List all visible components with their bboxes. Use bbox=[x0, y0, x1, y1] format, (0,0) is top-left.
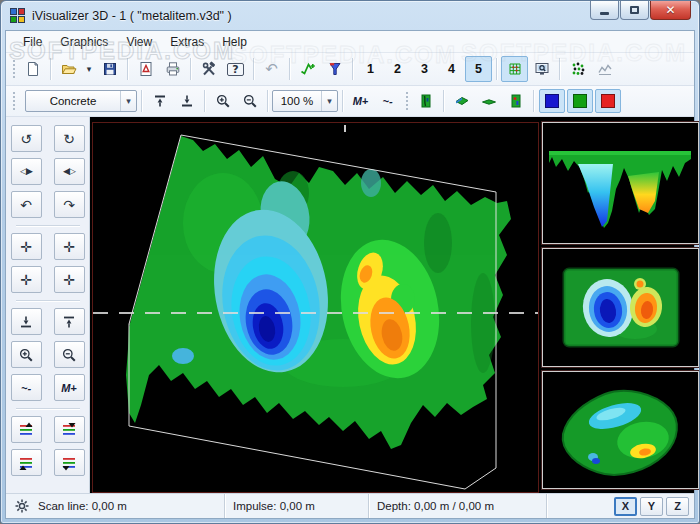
align-top-icon bbox=[61, 314, 77, 330]
separator bbox=[253, 58, 254, 80]
section-view-2-button[interactable] bbox=[502, 88, 529, 114]
save-button[interactable] bbox=[96, 56, 123, 82]
green-swatch bbox=[573, 94, 587, 108]
title-bar[interactable]: iVisualizer 3D - 1 ( "metalitem.v3d" ) ✕ bbox=[1, 1, 699, 30]
main-3d-viewport[interactable] bbox=[92, 122, 539, 493]
rotate-yaw-left-button[interactable]: ◁▶ bbox=[11, 158, 42, 185]
toolbar-grip[interactable] bbox=[11, 58, 16, 80]
layers-down-icon bbox=[61, 422, 77, 438]
zoom-out-side-button[interactable] bbox=[54, 341, 85, 368]
undo-button[interactable]: ↶ bbox=[258, 56, 285, 82]
move-up-button[interactable]: ✛ bbox=[54, 266, 85, 293]
menu-view[interactable]: View bbox=[117, 33, 161, 51]
rotate-roll-ccw-button[interactable]: ↶ bbox=[11, 191, 42, 218]
section-view-button[interactable] bbox=[412, 88, 439, 114]
menu-graphics[interactable]: Graphics bbox=[51, 33, 117, 51]
axis-x-button[interactable]: X bbox=[614, 497, 637, 516]
open-file-button[interactable] bbox=[55, 56, 82, 82]
menu-help[interactable]: Help bbox=[213, 33, 256, 51]
section-view-icon bbox=[418, 93, 434, 109]
separator bbox=[352, 58, 353, 80]
minimize-button[interactable] bbox=[590, 1, 619, 20]
flat-view-button[interactable] bbox=[475, 88, 502, 114]
layer-lower-top-button[interactable] bbox=[54, 416, 85, 443]
rotate-roll-cw-button[interactable]: ↷ bbox=[54, 191, 85, 218]
print-preview-icon bbox=[138, 61, 154, 77]
app-icon bbox=[10, 8, 26, 24]
view-1-button[interactable]: 1 bbox=[357, 56, 384, 82]
screen-preview-button[interactable] bbox=[528, 56, 555, 82]
line-chart-icon bbox=[597, 61, 613, 77]
toolbar-grip[interactable] bbox=[11, 90, 16, 112]
move-cross-icon: ✛ bbox=[63, 273, 75, 287]
rotate-yaw-right-button[interactable]: ◀▷ bbox=[54, 158, 85, 185]
snap-bottom-button[interactable] bbox=[11, 308, 42, 335]
zoom-level-value: 100 % bbox=[273, 95, 321, 107]
add-curve-button[interactable] bbox=[294, 56, 321, 82]
surface-3d-view-button[interactable] bbox=[448, 88, 475, 114]
align-surface-top-button[interactable] bbox=[146, 88, 173, 114]
gear-icon bbox=[14, 498, 30, 514]
move-down-button[interactable]: ✛ bbox=[11, 266, 42, 293]
curve-chart-button[interactable] bbox=[591, 56, 618, 82]
amplitude-decrease-button[interactable]: ~- bbox=[11, 374, 42, 401]
main-toolbar: ▾ ? ↶ 1 2 3 4 5 bbox=[6, 53, 694, 86]
layer-raise-bottom-button[interactable] bbox=[11, 449, 42, 476]
move-right-button[interactable]: ✛ bbox=[54, 233, 85, 260]
minimize-icon bbox=[600, 12, 609, 15]
open-dropdown-button[interactable]: ▾ bbox=[82, 56, 96, 82]
view-2-button[interactable]: 2 bbox=[384, 56, 411, 82]
rotate-ccw-icon: ↺ bbox=[20, 132, 32, 146]
material-select[interactable]: Concrete ▾ bbox=[25, 90, 137, 112]
new-document-button[interactable] bbox=[19, 56, 46, 82]
top-view-thumbnail[interactable] bbox=[542, 248, 699, 367]
print-preview-button[interactable] bbox=[132, 56, 159, 82]
profile-view-thumbnail[interactable] bbox=[542, 122, 699, 244]
toolbar-grip[interactable] bbox=[404, 90, 409, 112]
zoom-level-select[interactable]: 100 % ▾ bbox=[272, 90, 338, 112]
layer-lower-bottom-button[interactable] bbox=[54, 449, 85, 476]
view-4-button[interactable]: 4 bbox=[438, 56, 465, 82]
point-cloud-button[interactable] bbox=[564, 56, 591, 82]
grid-view-button[interactable] bbox=[501, 56, 528, 82]
window-title: iVisualizer 3D - 1 ( "metalitem.v3d" ) bbox=[32, 9, 232, 23]
close-button[interactable]: ✕ bbox=[650, 1, 691, 20]
print-button[interactable] bbox=[159, 56, 186, 82]
zoom-out-button[interactable] bbox=[236, 88, 263, 114]
menu-extras[interactable]: Extras bbox=[161, 33, 213, 51]
rotate-pitch-up-button[interactable]: ↺ bbox=[11, 125, 42, 152]
amplitude-increase-button[interactable]: M+ bbox=[54, 374, 85, 401]
help-button[interactable]: ? bbox=[222, 56, 249, 82]
color-blue-button[interactable] bbox=[539, 89, 565, 113]
snap-top-button[interactable] bbox=[54, 308, 85, 335]
view-3-button[interactable]: 3 bbox=[411, 56, 438, 82]
separator bbox=[267, 90, 268, 112]
chevron-down-icon: ▾ bbox=[87, 65, 92, 74]
perspective-view-thumbnail[interactable] bbox=[542, 371, 699, 489]
separator bbox=[559, 58, 560, 80]
layer-raise-top-button[interactable] bbox=[11, 416, 42, 443]
maximize-button[interactable] bbox=[620, 1, 649, 20]
menu-file[interactable]: File bbox=[14, 33, 51, 51]
gain-increase-button[interactable]: M+ bbox=[347, 88, 374, 114]
view-2-label: 2 bbox=[394, 62, 401, 76]
view-5-button[interactable]: 5 bbox=[465, 56, 492, 82]
tools-button[interactable] bbox=[195, 56, 222, 82]
zoom-in-button[interactable] bbox=[209, 88, 236, 114]
align-surface-bottom-button[interactable] bbox=[173, 88, 200, 114]
color-green-button[interactable] bbox=[567, 89, 593, 113]
filter-button[interactable] bbox=[321, 56, 348, 82]
gain-decrease-button[interactable]: ~- bbox=[374, 88, 401, 114]
zoom-in-side-button[interactable] bbox=[11, 341, 42, 368]
view-3-label: 3 bbox=[421, 62, 428, 76]
app-body: File Graphics View Extras Help ▾ ? ↶ bbox=[5, 30, 695, 519]
rotate-pitch-down-button[interactable]: ↻ bbox=[54, 125, 85, 152]
separator bbox=[443, 90, 444, 112]
color-red-button[interactable] bbox=[595, 89, 621, 113]
zoom-out-icon bbox=[61, 347, 77, 363]
move-left-button[interactable]: ✛ bbox=[11, 233, 42, 260]
axis-y-button[interactable]: Y bbox=[640, 497, 663, 516]
axis-z-button[interactable]: Z bbox=[666, 497, 689, 516]
yaw-right-icon: ◀▷ bbox=[63, 167, 75, 176]
menu-bar: File Graphics View Extras Help bbox=[6, 31, 694, 53]
